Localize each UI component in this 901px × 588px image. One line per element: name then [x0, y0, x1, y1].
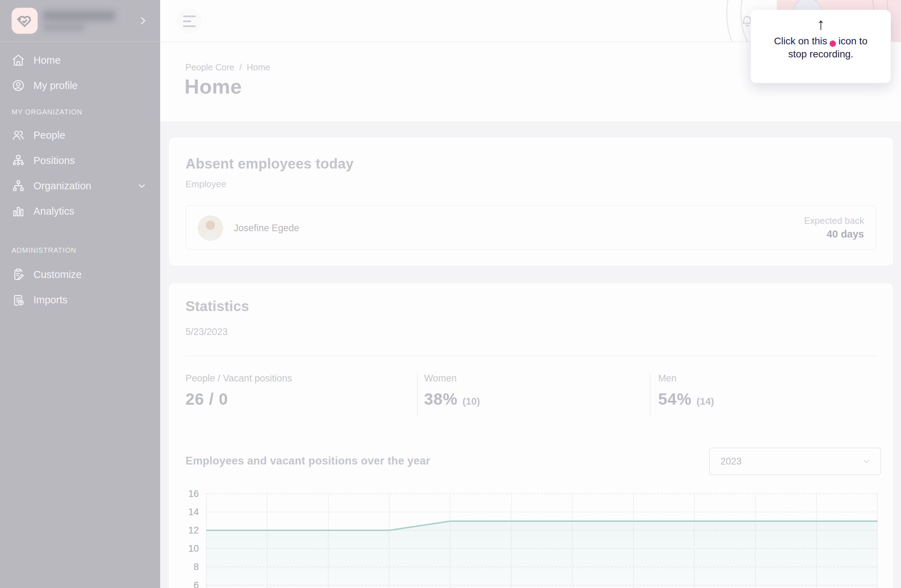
app-subtitle-redacted — [43, 24, 84, 31]
expected-back-block: Expected back 40 days — [804, 214, 864, 241]
positions-icon — [12, 154, 25, 167]
statistics-card: Statistics 5/23/2023 People / Vacant pos… — [169, 283, 893, 588]
metric-people-vacant: People / Vacant positions 26 / 0 — [186, 373, 292, 409]
sidebar-item-label: My profile — [33, 80, 78, 92]
expected-back-value: 40 days — [804, 227, 864, 241]
arrow-up-icon: ↑ — [817, 15, 825, 33]
chart-canvas — [169, 479, 893, 588]
sidebar-item-analytics[interactable]: Analytics — [0, 199, 160, 224]
metric-men: Men 54% (14) — [658, 373, 714, 409]
statistics-date: 5/23/2023 — [186, 327, 228, 338]
absent-employee-row[interactable]: Josefine Egede Expected back 40 days — [186, 205, 876, 250]
year-select-value: 2023 — [720, 448, 742, 474]
sidebar-item-label: Organization — [33, 180, 91, 192]
sidebar-item-organization[interactable]: Organization — [0, 173, 160, 199]
sidebar-item-home[interactable]: Home — [0, 48, 160, 73]
metric-count: (10) — [463, 396, 480, 407]
sidebar-section-my-organization: MY ORGANIZATION — [0, 105, 160, 119]
employees-chart: 1614121086 — [169, 479, 893, 588]
hamburger-icon — [183, 16, 196, 17]
metric-women: Women 38% (10) — [424, 373, 480, 409]
year-select[interactable]: 2023 — [709, 448, 881, 475]
menu-button[interactable] — [177, 9, 202, 33]
expected-back-label: Expected back — [804, 214, 864, 227]
sidebar-item-customize[interactable]: Customize — [0, 262, 160, 287]
app-name-redacted — [43, 11, 115, 21]
sidebar-item-label: Positions — [33, 155, 75, 166]
analytics-icon — [12, 204, 25, 218]
sidebar-item-people[interactable]: People — [0, 123, 160, 148]
imports-icon — [12, 293, 25, 306]
sidebar-item-my-profile[interactable]: My profile — [0, 73, 160, 98]
sidebar-item-imports[interactable]: Imports — [0, 287, 160, 313]
chevron-down-icon — [137, 181, 147, 191]
app-logo[interactable] — [12, 8, 37, 34]
metric-value: 54% — [658, 389, 692, 409]
chart-area — [206, 521, 878, 588]
recording-tooltip-text: Click on thisicon to stop recording. — [774, 34, 867, 61]
metric-value: 26 / 0 — [186, 389, 228, 409]
sidebar-item-label: Customize — [33, 269, 82, 280]
divider — [417, 374, 418, 416]
divider — [650, 374, 650, 416]
breadcrumb-root[interactable]: People Core — [186, 62, 234, 73]
employee-column-label: Employee — [186, 179, 226, 190]
metric-value: 38% — [424, 389, 458, 409]
employee-name: Josefine Egede — [234, 206, 299, 250]
sidebar-item-label: Analytics — [33, 205, 74, 217]
sidebar-item-label: Home — [33, 54, 61, 66]
page-title: Home — [184, 75, 242, 98]
employee-avatar — [198, 215, 223, 241]
chevron-right-icon — [138, 16, 148, 26]
chart-title: Employees and vacant positions over the … — [186, 455, 430, 467]
customize-icon — [12, 268, 25, 281]
chevron-down-icon — [862, 457, 871, 466]
sidebar-nav: Home My profile MY ORGANIZATION People P… — [0, 42, 160, 313]
sidebar: Home My profile MY ORGANIZATION People P… — [0, 0, 160, 588]
breadcrumb-current: Home — [247, 62, 270, 73]
home-icon — [12, 53, 25, 67]
metric-count: (14) — [697, 396, 714, 407]
card-title: Absent employees today — [186, 156, 354, 172]
people-icon — [12, 128, 25, 142]
breadcrumb: People Core / Home — [186, 62, 270, 73]
sidebar-header — [0, 0, 160, 42]
recording-tooltip: ↑ Click on thisicon to stop recording. — [751, 10, 891, 83]
organization-icon — [12, 179, 25, 193]
sidebar-collapse-button[interactable] — [138, 16, 148, 26]
sidebar-item-label: People — [33, 129, 65, 141]
record-stop-icon — [829, 40, 836, 47]
heart-logo-icon — [17, 12, 33, 29]
user-circle-icon — [12, 79, 25, 92]
sidebar-section-administration: ADMINISTRATION — [0, 243, 160, 257]
sidebar-item-positions[interactable]: Positions — [0, 148, 160, 173]
absent-employees-card: Absent employees today Employee Josefine… — [169, 138, 893, 266]
breadcrumb-separator: / — [239, 62, 242, 73]
divider — [186, 355, 876, 356]
sidebar-item-label: Imports — [33, 294, 67, 306]
card-title: Statistics — [186, 299, 249, 314]
